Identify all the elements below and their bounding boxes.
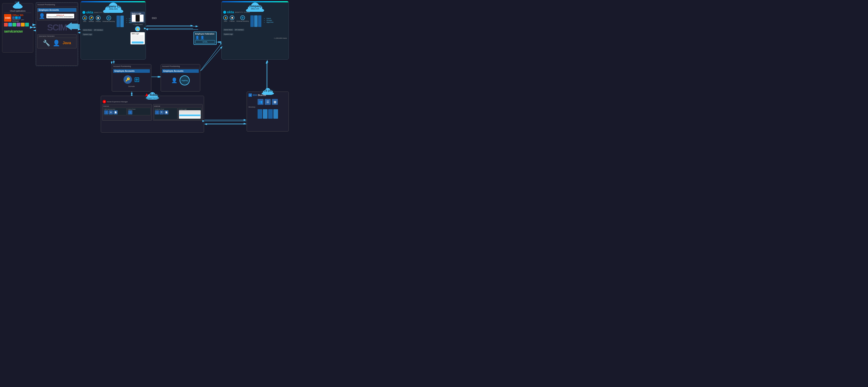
emp-accounts-left-box: Employee Accounts 👤 ORACLE ORACLE HUMAN …	[37, 8, 76, 21]
bar1-right	[250, 15, 254, 27]
admin-roles-label-left: Admin Roles	[83, 29, 93, 31]
sso-main-label: SSO	[152, 17, 157, 20]
ud-label-icon-r: Universal Directory	[236, 21, 249, 22]
admin-portal-icons: 👤	[128, 110, 150, 114]
delauth-icon-col: 🔑 DelAuth	[89, 15, 94, 22]
adobe-header: Adobe Managed Services	[101, 93, 204, 99]
sso-icon-col: 🔒 SSO	[83, 15, 87, 22]
servicenow-logo: servicenow	[4, 29, 31, 34]
internal-items: CMS Administration 👤 ⚙ 📄 Admin Portal 👤	[103, 108, 151, 115]
wcs-bar3	[268, 109, 273, 119]
emp-fed-person2: 👤	[200, 36, 205, 40]
directory-label: Directory	[247, 106, 288, 108]
admin-portal-label: Admin Portal	[128, 109, 150, 110]
org2org-text: Org2Org	[182, 80, 188, 81]
custom-login-form	[179, 110, 201, 119]
external-box: external Customer Portal 👤 🔍 📄 Custom Lo…	[153, 104, 203, 120]
form-field2	[179, 112, 200, 114]
admin-person-icon: 👤	[128, 110, 132, 114]
wcs-icons-row: 👥 ☰ ▦	[247, 98, 288, 106]
b2b-login-box: B2B Login	[130, 32, 145, 44]
mid-labels: Del Auth	[112, 85, 151, 87]
tools-icon: 🔧	[43, 40, 50, 46]
adobe-subtitle: Managed Services	[101, 97, 204, 99]
api-interface-label-right: API Interface	[234, 29, 244, 31]
wcs-bar2	[263, 109, 268, 119]
adobe-panel: Adobe Managed Services A Adobe Experienc…	[101, 96, 204, 133]
company-right-panel: Company okta.com okta IDENTITY CLOUD 🔒 S…	[221, 1, 289, 60]
oracle-logo-box: ORACLE ORACLE HUMAN CAPITAL MANAGEMENT	[46, 14, 74, 18]
customer-portal-label: Customer Portal	[155, 109, 177, 110]
builtin-login-box: Built-in Login	[130, 12, 145, 23]
company-corp-header: Company Corp .okta.com	[81, 1, 146, 10]
aem-icon: A	[103, 100, 106, 103]
adobe-sections: internal CMS Administration 👤 ⚙ 📄 Admin …	[101, 104, 204, 120]
oracle-subtitle: ORACLE HUMAN CAPITAL MANAGEMENT	[48, 16, 73, 18]
person-org-icon: 👤	[171, 77, 178, 83]
employee-federation-box: Employee Federation 👤 👤 SAML	[193, 32, 217, 45]
emp-accounts-mid-header: Employee Accounts	[113, 69, 150, 73]
mid-icons: 🔑 ⊞	[112, 74, 151, 85]
internal-label: internal	[103, 105, 151, 107]
feature-groups-right: Groups	[267, 20, 273, 21]
sso-circle-icon-r: 🔒	[223, 15, 228, 20]
b2b-login-label: B2B Login	[132, 33, 144, 35]
form-submit-btn	[179, 114, 200, 116]
company-right-name: Company okta.com	[221, 5, 288, 10]
oracle-text: ORACLE	[48, 14, 73, 16]
acct-prov-right-panel: Account Provisioning Employee Accounts 👤…	[161, 64, 200, 92]
wcs-grid-icon: ▦	[272, 99, 278, 105]
bluemix-text: Bluemix	[258, 94, 266, 96]
customer-icons: 👤 🔍 📄	[155, 110, 177, 114]
emp-accounts-right-header: Employee Accounts	[162, 69, 199, 73]
ud-circle-icon: 🌐	[106, 15, 111, 20]
feature-users-right: Users	[267, 17, 273, 20]
svg-line-45	[201, 46, 222, 70]
delauth-circle-icon: 🔑	[89, 15, 94, 20]
username-gen-icons: 🔧 👤 Java	[37, 38, 76, 48]
cms-gear-icon: ⚙	[109, 110, 113, 114]
servicenow-row: servicenow	[4, 28, 31, 34]
right-mid-icons: 👤 Org2Org	[161, 74, 200, 87]
company-corp-name: Company Corp .okta.com	[81, 5, 146, 10]
b2b-button-mockup	[132, 41, 144, 43]
adobe-logo-row: Adobe	[101, 93, 204, 97]
cloud-apps-panel: Cloud Applications O365 Office 365 Share…	[2, 3, 33, 52]
acct-prov-mid-title: Account Provisioning	[112, 64, 151, 68]
sso-circle-icon: 🔒	[83, 15, 87, 20]
company-corp-panel: Company Corp .okta.com okta IDENTITY CLO…	[81, 1, 146, 60]
cms-admin-label: CMS Administration	[104, 109, 126, 110]
wcs-name: WCS (API)	[247, 89, 288, 92]
custom-login-box: Custom Login	[178, 108, 202, 119]
emp-accounts-left-content: 👤 ORACLE ORACLE HUMAN CAPITAL MANAGEMENT	[37, 12, 76, 20]
okta-bars-left	[117, 15, 124, 27]
policies-circle-icon: 📋	[96, 15, 100, 20]
wcs-panel: WCS (API) I IBM Bluemix 👥 ☰ ▦ Directory	[247, 92, 289, 132]
username-gen-box: Username Generator 🔧 👤 Java	[37, 34, 76, 48]
emp-accounts-left-header: Employee Accounts	[37, 8, 76, 12]
form-field1	[179, 111, 200, 112]
cms-doc-icon: 📄	[114, 110, 118, 114]
scim-text: SCIM	[47, 23, 67, 32]
svg-marker-33	[145, 93, 148, 97]
emp-fed-icons: 👤 👤	[195, 36, 215, 40]
bar2-left	[120, 15, 124, 27]
admin-portal-box: Admin Portal 👤	[127, 108, 151, 115]
person-icon-left: 👤	[39, 13, 45, 19]
exchange-icon	[18, 16, 21, 19]
adobe-name: Adobe	[150, 93, 160, 97]
ud-icon-col-r: 🌐 Universal Directory	[236, 15, 249, 22]
phone-mockup	[135, 15, 140, 22]
ud-icon-col: 🌐 Universal Directory	[102, 15, 115, 22]
customer-person-icon: 👤	[155, 110, 159, 114]
company-right-header: Company okta.com	[221, 1, 288, 10]
b2b-form-mockup	[132, 35, 144, 41]
company-right-domain: okta.com	[221, 8, 288, 10]
emp-fed-title: Employee Federation	[195, 33, 215, 35]
ud-circle-icon-r: 🌐	[240, 15, 245, 20]
org2org-circle: Org2Org	[180, 75, 190, 85]
system-logs-row-right: System Logs	[221, 31, 288, 36]
ud-label-icon: Universal Directory	[102, 21, 115, 22]
login-section-left: Built-in Login ~7,200 Users 👆 B2B Login	[130, 12, 145, 44]
users-count-right: ~1,200,000 Users	[221, 37, 288, 40]
